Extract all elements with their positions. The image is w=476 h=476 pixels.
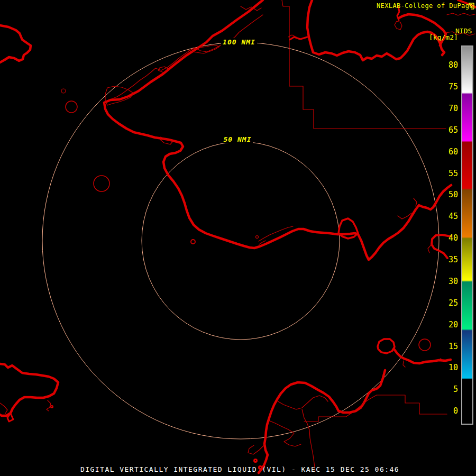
island-sw-detail-1 [0,403,7,414]
coast-blob-3 [51,406,53,408]
lake-circle-right [419,339,431,351]
brand-logo-icon [468,2,475,10]
range-ring [42,42,439,439]
inlet-loop-tr [395,21,402,30]
colorbar-tick-label: 10 [442,363,458,372]
colorbar-tick-label: 20 [442,321,458,329]
radar-display: 80757065605550454035302520151050 NEXLAB-… [0,0,476,476]
range-ring-label: 50 NMI [222,135,253,143]
colorbar-tick-label: 45 [442,212,458,221]
range-ring [142,142,340,340]
island-northwest [0,25,31,62]
colorbar-tick-label: 5 [442,385,458,393]
boundary-step-top [282,0,446,129]
colorbar-tick-label: 50 [442,190,458,199]
colorbar-tick-label: 15 [442,342,458,351]
colorbar-tick-label: 80 [442,61,458,69]
colorbar [461,45,473,425]
islet-circle-center [191,240,195,244]
colorbar-tick-label: 30 [442,277,458,286]
lake-circle-2 [66,101,77,113]
delta-channel-4 [248,444,265,454]
island-southwest [0,364,58,416]
lake-loop-right [378,339,395,353]
colorbar-tick-label: 70 [442,104,458,113]
units-subtitle: [kg/m2] [429,33,458,41]
colorbar-tick-label: 0 [442,407,458,415]
coast-east-appendage-1 [403,361,405,367]
lake-circle-3 [94,176,109,191]
brand-text: NEXLAB-College of DuPage [377,2,473,10]
map-outlines [0,0,476,473]
hook-detail [428,244,432,253]
colorbar-tick-label: 65 [442,126,458,134]
lagoon-dot-spit [256,236,259,239]
delta-channel-1 [277,396,328,409]
colorbar-tick-label: 25 [442,299,458,307]
colorbar-tick-label: 35 [442,255,458,264]
colorbar-tick-label: 55 [442,169,458,178]
delta-channel-3 [269,420,301,446]
map-canvas [0,0,476,476]
delta-channel-2 [302,409,315,471]
coast-blob-1 [254,460,257,462]
lagoon-loop-mid [338,218,358,239]
product-title: DIGITAL VERTICALLY INTEGRATED LIQUID (VI… [80,465,399,473]
coast-detail-nw [112,15,263,99]
colorbar-tick-label: 40 [442,234,458,242]
range-rings [42,42,439,439]
coast-main [104,0,451,260]
range-ring-label: 100 NMI [221,38,257,46]
colorbar-tick-label: 60 [442,148,458,156]
island-sw-detail-2 [47,400,51,411]
colorbar-tick-labels: 80757065605550454035302520151050 [442,0,458,476]
colorbar-tick-label: 75 [442,83,458,91]
ne-coast-detail-2 [414,198,417,206]
lake-circle-1 [61,89,66,93]
